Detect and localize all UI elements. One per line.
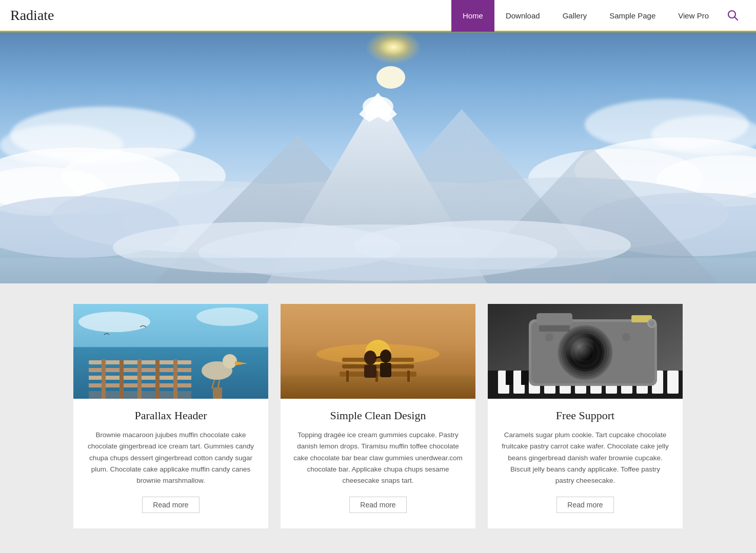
- svg-point-44: [223, 354, 237, 368]
- svg-point-25: [363, 96, 393, 117]
- svg-point-96: [566, 333, 605, 372]
- svg-rect-54: [342, 364, 414, 368]
- svg-rect-79: [521, 371, 528, 385]
- card-image-camera: [488, 304, 683, 399]
- svg-rect-48: [213, 387, 222, 399]
- svg-rect-40: [137, 359, 142, 399]
- svg-rect-78: [506, 371, 513, 385]
- hero-banner: [0, 32, 756, 283]
- card-image-couple: [281, 304, 475, 399]
- svg-rect-29: [0, 258, 756, 283]
- main-nav: Home Download Gallery Sample Page View P…: [451, 0, 746, 31]
- hero-background: [0, 32, 756, 283]
- nav-item-download[interactable]: Download: [494, 0, 551, 32]
- svg-rect-41: [155, 359, 160, 399]
- card-3-read-more[interactable]: Read more: [556, 497, 613, 513]
- nav-item-gallery[interactable]: Gallery: [551, 0, 599, 32]
- site-header: Radiate Home Download Gallery Sample Pag…: [0, 0, 756, 32]
- svg-rect-56: [346, 371, 349, 382]
- nav-item-view-pro[interactable]: View Pro: [667, 0, 720, 32]
- nav-item-sample-page[interactable]: Sample Page: [598, 0, 667, 32]
- svg-point-100: [545, 333, 553, 341]
- svg-line-63: [375, 357, 381, 358]
- svg-rect-87: [536, 313, 572, 324]
- svg-rect-42: [173, 359, 177, 399]
- nav-item-home[interactable]: Home: [451, 0, 494, 32]
- cards-section: Parallax Header Brownie macaroon jujubes…: [0, 283, 756, 553]
- svg-point-4: [376, 66, 405, 89]
- svg-point-31: [78, 312, 150, 332]
- card-2-title: Simple Clean Design: [330, 409, 426, 422]
- card-3-body: Caramels sugar plum cookie. Tart cupcake…: [488, 429, 683, 486]
- svg-point-90: [649, 320, 655, 326]
- card-3-title: Free Support: [556, 409, 614, 422]
- search-icon[interactable]: [720, 0, 746, 32]
- card-simple-clean: Simple Clean Design Topping dragée ice c…: [281, 304, 475, 528]
- svg-rect-39: [120, 359, 124, 399]
- svg-rect-99: [539, 325, 570, 332]
- svg-point-32: [196, 308, 258, 326]
- svg-point-61: [380, 350, 391, 363]
- svg-point-101: [622, 333, 630, 341]
- svg-point-59: [364, 351, 376, 365]
- svg-rect-57: [407, 371, 410, 382]
- card-1-title: Parallax Header: [134, 409, 207, 422]
- card-parallax-header: Parallax Header Brownie macaroon jujubes…: [73, 304, 268, 528]
- svg-rect-38: [102, 359, 106, 399]
- card-1-body: Brownie macaroon jujubes muffin chocolat…: [73, 429, 268, 486]
- card-2-read-more[interactable]: Read more: [349, 497, 406, 513]
- card-1-read-more[interactable]: Read more: [142, 497, 199, 513]
- svg-rect-60: [364, 365, 376, 378]
- site-title: Radiate: [10, 7, 451, 24]
- card-free-support: Free Support Caramels sugar plum cookie.…: [488, 304, 683, 528]
- svg-rect-77: [667, 371, 679, 394]
- svg-rect-53: [342, 358, 414, 362]
- card-image-pelican: [73, 304, 268, 399]
- svg-rect-62: [380, 363, 391, 377]
- card-2-body: Topping dragée ice cream gummies cupcake…: [281, 429, 475, 486]
- svg-line-1: [735, 17, 738, 21]
